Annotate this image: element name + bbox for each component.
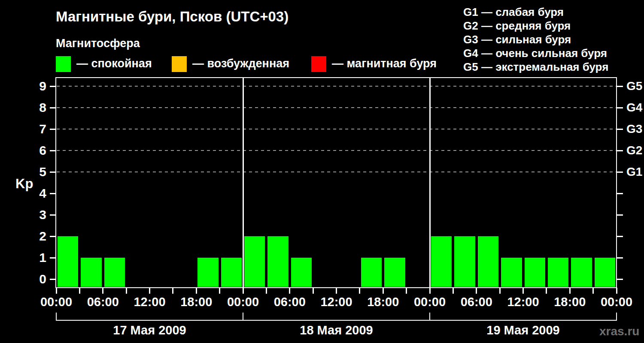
x-axis-tick: [313, 288, 314, 294]
y-axis-tick-right: [617, 279, 623, 280]
y-axis-tick-left: [50, 107, 56, 108]
kp-bar: [431, 236, 452, 287]
y-axis-label-2: 2: [3, 229, 46, 243]
y-axis-label-6: 6: [3, 144, 46, 157]
y-axis-tick-right: [617, 214, 623, 216]
x-axis-tick: [569, 288, 571, 294]
gridline-kp-8: [57, 107, 616, 108]
date-bracket-line: [57, 320, 617, 321]
x-axis-tick: [616, 288, 617, 294]
x-axis-tick: [453, 288, 454, 294]
kp-bar: [58, 236, 78, 287]
magnetic-storm-chart: Магнитные бури, Псков (UTC+03) Магнитосф…: [0, 0, 644, 343]
x-axis-tick: [429, 288, 431, 294]
y-axis-title: Kp: [15, 176, 33, 192]
y-axis-label-9: 9: [3, 79, 46, 93]
g-scale-legend: G1 — слабая буряG2 — средняя буряG3 — си…: [463, 5, 608, 74]
kp-bar: [81, 258, 101, 287]
g-legend-line: G1 — слабая буря: [463, 5, 608, 19]
y-axis-tick-right: [617, 257, 623, 259]
y-axis-tick-right: [617, 129, 623, 130]
g-legend-line: G2 — средняя буря: [463, 19, 608, 33]
legend-label-storm: — магнитная буря: [332, 57, 437, 70]
kp-bar: [525, 258, 545, 287]
x-axis-tick: [359, 288, 360, 294]
x-axis-tick: [79, 288, 80, 294]
gridline-kp-6: [57, 150, 616, 151]
y-axis-tick-right: [617, 193, 623, 194]
kp-bar: [571, 258, 592, 287]
x-axis-time-label: 00:00: [586, 295, 644, 309]
date-bracket-tick: [56, 313, 57, 321]
x-axis-tick: [102, 288, 103, 294]
g-axis-label-G4: G4: [626, 101, 642, 114]
y-axis-tick-right: [617, 236, 623, 237]
kp-bar: [361, 258, 382, 287]
x-axis-tick: [219, 288, 220, 294]
x-axis-tick: [196, 288, 197, 294]
g-axis-label-G3: G3: [626, 122, 642, 136]
y-axis-tick-right: [617, 107, 623, 108]
x-axis-tick: [289, 288, 290, 294]
gridline-kp-5: [57, 172, 616, 172]
kp-bar: [548, 258, 568, 287]
kp-bar: [244, 236, 265, 287]
y-axis-label-7: 7: [3, 122, 46, 136]
quiet-swatch-icon: [56, 56, 71, 72]
x-axis-tick: [592, 288, 594, 294]
y-axis-tick-left: [50, 279, 56, 280]
kp-bar: [384, 258, 405, 287]
y-axis-tick-left: [50, 236, 56, 237]
y-axis-tick-left: [50, 129, 56, 130]
kp-bar: [221, 258, 242, 287]
day-divider: [243, 78, 244, 288]
date-label: 18 Мая 2009: [246, 323, 427, 337]
y-axis-tick-left: [50, 193, 56, 194]
date-label: 17 Мая 2009: [60, 323, 240, 337]
x-axis-tick: [476, 288, 477, 294]
y-axis-tick-left: [50, 257, 56, 259]
date-label: 19 Мая 2009: [433, 323, 614, 337]
x-axis-tick: [406, 288, 407, 294]
g-legend-line: G3 — сильная буря: [463, 33, 608, 46]
legend-label-excited: — возбужденная: [192, 57, 289, 70]
storm-swatch-icon: [311, 56, 326, 72]
y-axis-tick-left: [50, 214, 56, 216]
x-axis-tick: [383, 288, 384, 294]
g-axis-label-G5: G5: [626, 79, 642, 93]
gridline-kp-7: [57, 129, 616, 129]
x-axis-tick: [149, 288, 150, 294]
date-bracket-tick: [243, 313, 243, 321]
excited-swatch-icon: [172, 56, 187, 72]
y-axis-label-3: 3: [3, 208, 46, 222]
x-axis-tick: [522, 288, 524, 294]
y-axis-tick-left: [50, 172, 56, 173]
kp-bar: [595, 258, 615, 287]
watermark: xras.ru: [599, 325, 639, 338]
x-axis-tick: [56, 288, 57, 294]
kp-bar: [197, 258, 218, 287]
legend-label-quiet: — спокойная: [76, 57, 152, 70]
x-axis-tick: [126, 288, 127, 294]
y-axis-tick-left: [50, 150, 56, 151]
x-axis-tick: [172, 288, 173, 294]
g-legend-line: G5 — экстремальная буря: [463, 60, 608, 74]
x-axis-tick: [266, 288, 267, 294]
chart-subtitle: Магнитосфера: [56, 37, 140, 50]
x-axis-tick: [243, 288, 244, 294]
chart-title: Магнитные бури, Псков (UTC+03): [56, 9, 289, 25]
y-axis-tick-left: [50, 86, 56, 87]
g-axis-label-G1: G1: [626, 165, 642, 179]
y-axis-tick-right: [617, 150, 623, 151]
y-axis-tick-right: [617, 86, 623, 87]
kp-bar: [501, 258, 522, 287]
kp-bar: [478, 236, 498, 287]
y-axis-label-1: 1: [3, 251, 46, 265]
date-bracket-tick: [429, 313, 430, 321]
date-bracket-tick: [616, 313, 617, 321]
x-axis-tick: [499, 288, 501, 294]
day-divider: [429, 78, 431, 288]
kp-bar: [104, 258, 125, 287]
g-legend-line: G4 — очень сильная буря: [463, 46, 608, 60]
kp-bar: [291, 258, 312, 287]
